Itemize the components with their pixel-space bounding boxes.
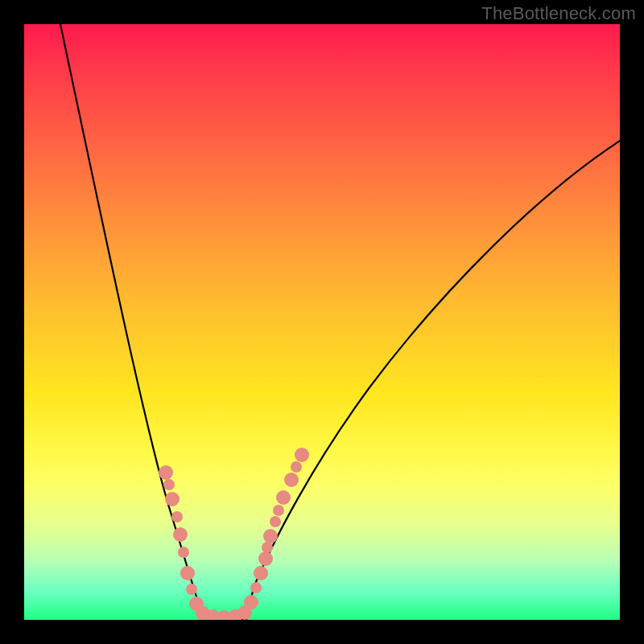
marker-group (159, 448, 309, 620)
data-marker (180, 566, 195, 580)
chart-svg (24, 24, 620, 620)
data-marker (258, 551, 273, 566)
attribution-text: TheBottleneck.com (481, 3, 636, 24)
data-marker (159, 465, 173, 480)
data-marker (295, 448, 309, 462)
data-marker (163, 479, 175, 490)
plot-area (24, 24, 620, 620)
curve-right-curve (246, 141, 620, 620)
data-marker (173, 527, 188, 542)
data-marker (186, 584, 197, 595)
data-marker (254, 566, 268, 580)
data-marker (165, 492, 180, 506)
data-marker (178, 547, 189, 558)
data-marker (262, 542, 273, 553)
data-marker (284, 473, 299, 487)
curve-group (60, 24, 620, 620)
data-marker (244, 595, 258, 609)
data-marker (276, 490, 291, 505)
data-marker (291, 461, 302, 473)
data-marker (270, 516, 281, 527)
data-marker (263, 529, 278, 543)
data-marker (250, 582, 262, 593)
data-marker (273, 505, 284, 516)
data-marker (171, 511, 183, 522)
outer-frame: TheBottleneck.com (0, 0, 644, 644)
